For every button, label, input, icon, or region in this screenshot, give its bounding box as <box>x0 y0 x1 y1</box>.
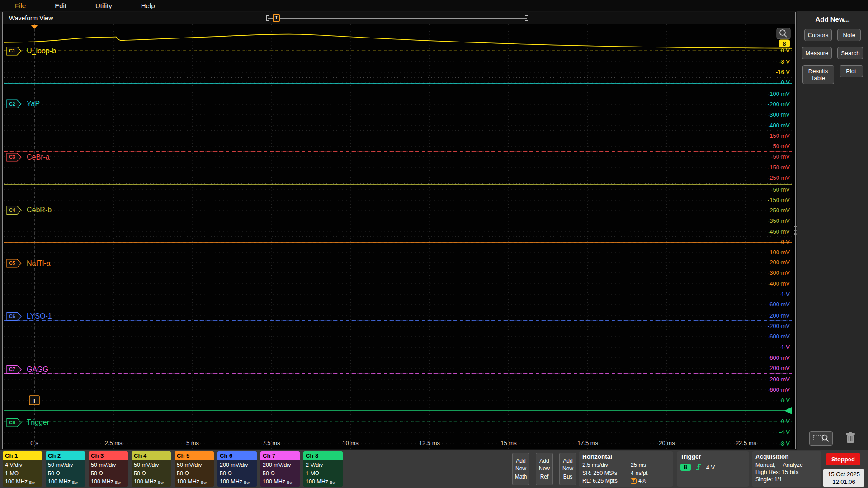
waveform-view-panel: Waveform View T 80 V-8 V-16 VC1U_loop-b0… <box>2 12 796 449</box>
channel-head-label: Ch 2 <box>46 451 85 460</box>
scale-label-C4: -350 mV <box>768 217 790 224</box>
rising-edge-icon <box>695 463 702 471</box>
search-button[interactable]: Search <box>837 47 863 59</box>
channel-name-C1[interactable]: U_loop-b <box>27 47 56 55</box>
channel-badge-label: C6 <box>9 314 15 319</box>
channel-settings-C1[interactable]: Ch 14 V/div1 MΩ100 MHz Bw <box>3 451 42 487</box>
scale-label-C8: 8 V <box>781 397 790 404</box>
horizontal-title: Horizontal <box>582 453 670 460</box>
scale-label-C2: -400 mV <box>768 122 790 129</box>
plot-button[interactable]: Plot <box>840 65 863 77</box>
channel-settings-C7[interactable]: Ch 7200 mV/div50 Ω100 MHz Bw <box>260 451 300 487</box>
channel-settings-C5[interactable]: Ch 550 mV/div50 Ω100 MHz Bw <box>175 451 214 487</box>
scale-label-C7: 1 V <box>781 344 790 351</box>
channel-settings-C6[interactable]: Ch 6200 mV/div50 Ω100 MHz Bw <box>217 451 257 487</box>
bandwidth-limit-tag: Bw <box>287 480 293 485</box>
scale-label-C4: -150 mV <box>768 197 790 203</box>
horizontal-window: 25 ms <box>631 462 670 468</box>
zoom-overview-button[interactable] <box>809 431 833 446</box>
note-button[interactable]: Note <box>837 29 861 41</box>
acquisition-panel[interactable]: Acquisition Manual, Analyze High Res: 15… <box>752 451 821 487</box>
scale-label-C5: -300 mV <box>768 269 790 276</box>
channel-name-C7[interactable]: GAGG <box>27 366 48 373</box>
run-stop-status[interactable]: Stopped <box>826 453 860 465</box>
scale-label-C4: -250 mV <box>768 207 790 214</box>
graticule[interactable]: 80 V-8 V-16 VC1U_loop-b0 V-100 mV-200 mV… <box>4 24 792 449</box>
add-ref-button[interactable]: Add New Ref <box>536 453 553 485</box>
bandwidth-limit-tag: Bw <box>115 480 121 485</box>
waveform-view-header: Waveform View T <box>3 12 795 24</box>
oscilloscope-app: File Edit Utility Help Waveform View T 8… <box>0 0 868 488</box>
channel-name-C3[interactable]: CeBr-a <box>27 153 50 161</box>
scale-label-C3: -50 mV <box>771 153 790 160</box>
menu-bar: File Edit Utility Help <box>0 0 868 11</box>
overview-right-bracket <box>525 15 528 21</box>
acquisition-mode: Manual, <box>755 462 775 468</box>
trigger-position-icon: T <box>631 478 637 484</box>
record-length: RL: 6.25 Mpts <box>582 478 631 484</box>
channel-name-C5[interactable]: NaITl-a <box>27 259 51 267</box>
x-axis-tick: 2.5 ms <box>104 440 123 446</box>
bandwidth-limit-tag: Bw <box>72 480 78 485</box>
menu-utility[interactable]: Utility <box>95 2 112 9</box>
channel-settings-C3[interactable]: Ch 350 mV/div50 Ω100 MHz Bw <box>89 451 128 487</box>
scale-badge-label: 8 <box>783 41 786 47</box>
horizontal-panel[interactable]: Horizontal 2.5 ms/div 25 ms SR: 250 MS/s… <box>579 451 673 487</box>
waveform-plot[interactable]: 80 V-8 V-16 VC1U_loop-b0 V-100 mV-200 mV… <box>4 24 792 449</box>
time-value: 12:01:06 <box>823 478 864 486</box>
datetime[interactable]: 15 Oct 2025 12:01:06 <box>823 469 864 487</box>
trigger-level-arrow[interactable] <box>784 407 792 414</box>
menu-edit[interactable]: Edit <box>55 2 66 9</box>
channel-head-label: Ch 6 <box>217 451 257 460</box>
x-axis-tick: 22.5 ms <box>736 440 757 446</box>
add-math-button[interactable]: Add New Math <box>512 453 529 485</box>
trash-button[interactable] <box>845 432 856 446</box>
scale-label-C6: 600 mV <box>769 301 790 308</box>
date-value: 15 Oct 2025 <box>823 470 864 478</box>
scale-label-C6: -200 mV <box>768 323 790 329</box>
menu-help[interactable]: Help <box>141 2 155 9</box>
scale-label-C5: -400 mV <box>768 280 790 287</box>
channel-head-label: Ch 5 <box>175 451 214 460</box>
scale-label-C1: -8 V <box>779 58 790 65</box>
channel-settings-C4[interactable]: Ch 450 mV/div50 Ω100 MHz Bw <box>132 451 171 487</box>
results-table-button[interactable]: Results Table <box>802 65 834 84</box>
channel-name-C2[interactable]: YaP <box>27 100 40 108</box>
x-axis-tick: 7.5 ms <box>262 440 280 446</box>
trigger-level-value: 4 V <box>706 464 715 471</box>
scale-label-C6: 200 mV <box>769 312 790 319</box>
channel-badge-label: C1 <box>9 48 15 53</box>
scale-label-C6: 1 V <box>781 291 790 298</box>
add-bus-button[interactable]: Add New Bus <box>559 453 576 485</box>
trigger-position-marker[interactable] <box>31 25 38 29</box>
x-axis-tick: 0 s <box>30 440 38 446</box>
channel-settings-text: 50 mV/div50 Ω100 MHz Bw <box>46 460 85 487</box>
channel-settings-text: 200 mV/div50 Ω100 MHz Bw <box>217 460 257 487</box>
horizontal-position-bar[interactable]: T <box>266 14 528 22</box>
channel-settings-C2[interactable]: Ch 250 mV/div50 Ω100 MHz Bw <box>46 451 85 487</box>
horizontal-scale: 2.5 ms/div <box>582 462 631 468</box>
waveform-view-tab[interactable]: Waveform View <box>5 14 57 23</box>
bandwidth-limit-tag: Bw <box>244 480 250 485</box>
channel-settings-text: 50 mV/div50 Ω100 MHz Bw <box>132 460 171 487</box>
scale-label-C7: -600 mV <box>768 386 790 393</box>
channel-settings-text: 50 mV/div50 Ω100 MHz Bw <box>89 460 128 487</box>
menu-file[interactable]: File <box>15 2 26 9</box>
overview-trigger-flag[interactable]: T <box>273 14 280 22</box>
measure-button[interactable]: Measure <box>802 47 832 59</box>
channel-badge-label: C2 <box>9 101 15 107</box>
channel-settings-C8[interactable]: Ch 82 V/div1 MΩ100 MHz Bw <box>303 451 343 487</box>
trigger-position-percent: 4% <box>638 478 646 484</box>
bandwidth-limit-tag: Bw <box>158 480 164 485</box>
channel-name-C4[interactable]: CebR-b <box>27 206 52 214</box>
scale-label-C4: -450 mV <box>768 228 790 235</box>
cursors-button[interactable]: Cursors <box>804 29 832 41</box>
channel-name-C6[interactable]: LYSO-1 <box>27 312 52 320</box>
scale-label-C5: 0 V <box>781 239 790 245</box>
scale-label-C1: 0 V <box>781 47 790 54</box>
trigger-panel[interactable]: Trigger 8 4 V <box>677 451 749 487</box>
channel-settings-text: 2 V/div1 MΩ100 MHz Bw <box>303 460 343 487</box>
trace-C1[interactable] <box>4 34 792 48</box>
channel-name-C8[interactable]: Trigger <box>27 418 50 426</box>
channel-head-label: Ch 1 <box>3 451 42 460</box>
